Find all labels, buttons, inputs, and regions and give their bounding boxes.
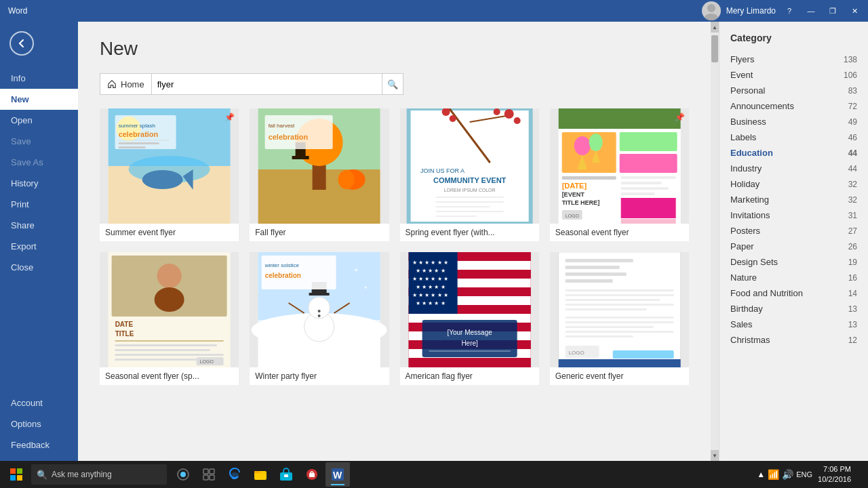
template-card-seasonal[interactable]: [DATE] [EVENT TITLE HERE] LOGO [550, 108, 689, 241]
category-item-count: 12 [848, 336, 857, 345]
template-card-spring[interactable]: JOIN US FOR A COMMUNITY EVENT LOREM IPSU… [400, 108, 539, 241]
user-name: Mery Limardo [726, 6, 776, 16]
taskbar-explorer-icon[interactable] [248, 462, 273, 487]
template-label: Seasonal event flyer [550, 224, 689, 241]
template-card-generic[interactable]: LOGO Generic event flyer [550, 252, 689, 385]
svg-point-33 [504, 109, 513, 119]
template-label: Summer event flyer [100, 224, 239, 241]
close-button[interactable]: ✕ [846, 3, 863, 19]
template-thumb-fall: fall harvest celebration [250, 108, 389, 224]
tray-expand-icon[interactable]: ▲ [757, 470, 765, 479]
lang-label[interactable]: ENG [796, 470, 812, 479]
svg-rect-152 [254, 471, 260, 473]
taskbar-task-view-icon[interactable] [197, 462, 221, 487]
svg-text:celebration: celebration [265, 272, 301, 279]
svg-text:celebration: celebration [269, 133, 309, 141]
category-item[interactable]: Christmas12 [719, 332, 868, 348]
app-body: Info New Open Save Save As History Print… [0, 22, 868, 461]
category-item[interactable]: Industry44 [719, 161, 868, 176]
taskbar-search-bar[interactable]: 🔍 Ask me anything [31, 464, 167, 485]
taskbar-word-icon[interactable]: W [326, 462, 350, 487]
category-item[interactable]: Announcements72 [719, 98, 868, 114]
help-button[interactable]: ? [781, 3, 797, 19]
category-item[interactable]: Invitations31 [719, 207, 868, 223]
category-scrollbar: ▲ ▼ [711, 22, 719, 461]
category-item[interactable]: Paper26 [719, 239, 868, 254]
template-card-seasonal-sp[interactable]: DATE TITLE LOGO Seas [100, 252, 239, 385]
template-card-fall[interactable]: fall harvest celebration Fall flyer [250, 108, 389, 241]
taskbar-security-icon[interactable] [300, 462, 324, 487]
search-home-button[interactable]: Home [100, 73, 151, 95]
category-item[interactable]: Event106 [719, 67, 868, 83]
sidebar-item-open[interactable]: Open [0, 110, 78, 131]
svg-point-35 [493, 108, 500, 115]
category-item[interactable]: Sales13 [719, 317, 868, 332]
taskbar-cortana-icon[interactable] [171, 462, 195, 487]
sidebar-item-info[interactable]: Info [0, 68, 78, 89]
scroll-track [711, 33, 719, 450]
sidebar-item-feedback[interactable]: Feedback [0, 434, 78, 455]
taskbar-edge-icon[interactable] [222, 462, 247, 487]
sidebar-item-options[interactable]: Options [0, 413, 78, 434]
category-item[interactable]: Birthday13 [719, 301, 868, 317]
template-card-summer[interactable]: summer splash celebration Summer event f… [100, 108, 239, 241]
category-item-label: Posters [730, 226, 760, 236]
category-item[interactable]: Personal83 [719, 83, 868, 98]
category-item-count: 26 [848, 242, 857, 251]
svg-rect-129 [565, 304, 673, 306]
category-item-label: Holiday [730, 179, 760, 189]
category-item-count: 13 [848, 304, 857, 314]
category-item[interactable]: Design Sets19 [719, 254, 868, 270]
svg-rect-146 [203, 469, 208, 474]
svg-rect-142 [10, 475, 16, 481]
category-item[interactable]: Food and Nutrition14 [719, 285, 868, 301]
scroll-up-arrow[interactable]: ▲ [711, 22, 719, 33]
taskbar-store-icon[interactable] [274, 462, 298, 487]
category-item[interactable]: Holiday32 [719, 176, 868, 192]
sidebar-item-account[interactable]: Account [0, 392, 78, 413]
category-item-count: 32 [848, 195, 857, 205]
sidebar-item-new[interactable]: New [0, 89, 78, 110]
svg-point-32 [449, 115, 456, 122]
category-item[interactable]: Flyers138 [719, 52, 868, 67]
maximize-button[interactable]: ❐ [825, 3, 841, 19]
search-input[interactable] [151, 73, 382, 95]
category-item[interactable]: Marketing32 [719, 192, 868, 207]
taskbar-clock[interactable]: 7:06 PM 10/2/2016 [818, 464, 851, 485]
volume-icon[interactable]: 🔊 [782, 469, 793, 480]
svg-rect-41 [435, 206, 490, 207]
category-item-label: Labels [730, 132, 756, 142]
word-icon: W [330, 467, 345, 482]
search-button[interactable]: 🔍 [382, 73, 403, 95]
template-label: American flag flyer [400, 367, 539, 385]
template-thumb-spring: JOIN US FOR A COMMUNITY EVENT LOREM IPSU… [400, 108, 539, 224]
svg-text:LOGO: LOGO [568, 350, 584, 356]
category-item[interactable]: Labels46 [719, 129, 868, 145]
svg-text:★ ★ ★ ★ ★ ★: ★ ★ ★ ★ ★ ★ [412, 276, 448, 282]
category-item-count: 106 [844, 70, 857, 80]
template-card-american[interactable]: ★ ★ ★ ★ ★ ★ ★ ★ ★ ★ ★ ★ ★ ★ ★ ★ ★ ★ ★ ★ … [400, 252, 539, 385]
minimize-button[interactable]: — [803, 3, 819, 19]
sidebar-item-close[interactable]: Close [0, 257, 78, 278]
category-item-count: 49 [848, 117, 857, 127]
sidebar-item-export[interactable]: Export [0, 236, 78, 257]
sidebar-item-share[interactable]: Share [0, 215, 78, 236]
back-button[interactable] [4, 26, 39, 61]
category-item[interactable]: Education44 [719, 145, 868, 161]
svg-rect-128 [565, 299, 660, 301]
start-button[interactable] [3, 461, 30, 488]
category-item[interactable]: Posters27 [719, 223, 868, 239]
category-item[interactable]: Nature16 [719, 270, 868, 285]
scroll-thumb[interactable] [711, 35, 718, 62]
svg-text:TITLE: TITLE [115, 330, 134, 338]
scroll-down-arrow[interactable]: ▼ [711, 450, 719, 461]
category-panel: Category Flyers138Event106Personal83Anno… [719, 22, 868, 461]
category-item[interactable]: Business49 [719, 114, 868, 129]
sidebar-item-history[interactable]: History [0, 173, 78, 194]
category-item-label: Food and Nutrition [730, 288, 803, 298]
template-card-winter[interactable]: ✦ ✦ ✦ winter solstice celebration Winter… [250, 252, 389, 385]
network-icon[interactable]: 📶 [768, 469, 779, 480]
svg-rect-59 [620, 176, 675, 179]
svg-rect-48 [619, 154, 677, 173]
sidebar-item-print[interactable]: Print [0, 194, 78, 215]
